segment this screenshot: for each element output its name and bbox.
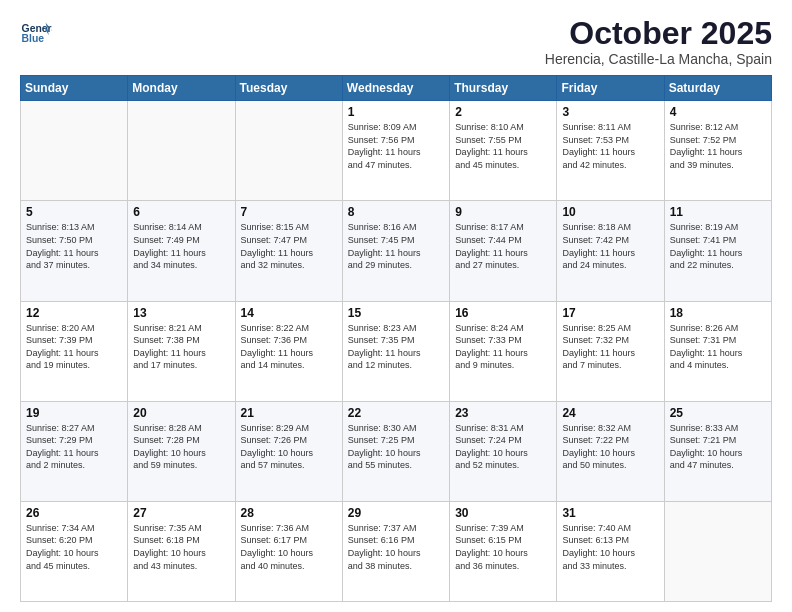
cell-info: Sunrise: 7:34 AM Sunset: 6:20 PM Dayligh…	[26, 522, 122, 572]
calendar-cell: 31Sunrise: 7:40 AM Sunset: 6:13 PM Dayli…	[557, 501, 664, 601]
cell-info: Sunrise: 8:29 AM Sunset: 7:26 PM Dayligh…	[241, 422, 337, 472]
calendar-cell: 16Sunrise: 8:24 AM Sunset: 7:33 PM Dayli…	[450, 301, 557, 401]
calendar-cell: 8Sunrise: 8:16 AM Sunset: 7:45 PM Daylig…	[342, 201, 449, 301]
cell-info: Sunrise: 8:14 AM Sunset: 7:49 PM Dayligh…	[133, 221, 229, 271]
weekday-header: Monday	[128, 76, 235, 101]
calendar-cell: 17Sunrise: 8:25 AM Sunset: 7:32 PM Dayli…	[557, 301, 664, 401]
day-number: 9	[455, 205, 551, 219]
day-number: 20	[133, 406, 229, 420]
day-number: 24	[562, 406, 658, 420]
day-number: 19	[26, 406, 122, 420]
calendar-cell: 29Sunrise: 7:37 AM Sunset: 6:16 PM Dayli…	[342, 501, 449, 601]
day-number: 12	[26, 306, 122, 320]
cell-info: Sunrise: 8:27 AM Sunset: 7:29 PM Dayligh…	[26, 422, 122, 472]
day-number: 17	[562, 306, 658, 320]
cell-info: Sunrise: 8:28 AM Sunset: 7:28 PM Dayligh…	[133, 422, 229, 472]
cell-info: Sunrise: 8:16 AM Sunset: 7:45 PM Dayligh…	[348, 221, 444, 271]
cell-info: Sunrise: 8:31 AM Sunset: 7:24 PM Dayligh…	[455, 422, 551, 472]
calendar-cell: 1Sunrise: 8:09 AM Sunset: 7:56 PM Daylig…	[342, 101, 449, 201]
month-title: October 2025	[545, 16, 772, 51]
day-number: 22	[348, 406, 444, 420]
calendar-cell: 7Sunrise: 8:15 AM Sunset: 7:47 PM Daylig…	[235, 201, 342, 301]
cell-info: Sunrise: 8:09 AM Sunset: 7:56 PM Dayligh…	[348, 121, 444, 171]
day-number: 6	[133, 205, 229, 219]
day-number: 10	[562, 205, 658, 219]
day-number: 14	[241, 306, 337, 320]
calendar-cell: 11Sunrise: 8:19 AM Sunset: 7:41 PM Dayli…	[664, 201, 771, 301]
svg-text:Blue: Blue	[22, 33, 45, 44]
cell-info: Sunrise: 7:36 AM Sunset: 6:17 PM Dayligh…	[241, 522, 337, 572]
cell-info: Sunrise: 8:25 AM Sunset: 7:32 PM Dayligh…	[562, 322, 658, 372]
cell-info: Sunrise: 7:39 AM Sunset: 6:15 PM Dayligh…	[455, 522, 551, 572]
cell-info: Sunrise: 8:15 AM Sunset: 7:47 PM Dayligh…	[241, 221, 337, 271]
cell-info: Sunrise: 8:11 AM Sunset: 7:53 PM Dayligh…	[562, 121, 658, 171]
weekday-header: Sunday	[21, 76, 128, 101]
day-number: 16	[455, 306, 551, 320]
day-number: 29	[348, 506, 444, 520]
calendar-cell: 25Sunrise: 8:33 AM Sunset: 7:21 PM Dayli…	[664, 401, 771, 501]
cell-info: Sunrise: 8:10 AM Sunset: 7:55 PM Dayligh…	[455, 121, 551, 171]
day-number: 25	[670, 406, 766, 420]
cell-info: Sunrise: 8:18 AM Sunset: 7:42 PM Dayligh…	[562, 221, 658, 271]
header: General Blue October 2025 Herencia, Cast…	[20, 16, 772, 67]
weekday-header: Saturday	[664, 76, 771, 101]
calendar-cell: 9Sunrise: 8:17 AM Sunset: 7:44 PM Daylig…	[450, 201, 557, 301]
cell-info: Sunrise: 8:32 AM Sunset: 7:22 PM Dayligh…	[562, 422, 658, 472]
cell-info: Sunrise: 8:24 AM Sunset: 7:33 PM Dayligh…	[455, 322, 551, 372]
calendar-cell: 30Sunrise: 7:39 AM Sunset: 6:15 PM Dayli…	[450, 501, 557, 601]
calendar-cell: 5Sunrise: 8:13 AM Sunset: 7:50 PM Daylig…	[21, 201, 128, 301]
location-subtitle: Herencia, Castille-La Mancha, Spain	[545, 51, 772, 67]
cell-info: Sunrise: 8:21 AM Sunset: 7:38 PM Dayligh…	[133, 322, 229, 372]
calendar-cell: 12Sunrise: 8:20 AM Sunset: 7:39 PM Dayli…	[21, 301, 128, 401]
calendar-cell: 23Sunrise: 8:31 AM Sunset: 7:24 PM Dayli…	[450, 401, 557, 501]
day-number: 27	[133, 506, 229, 520]
calendar-cell: 13Sunrise: 8:21 AM Sunset: 7:38 PM Dayli…	[128, 301, 235, 401]
day-number: 15	[348, 306, 444, 320]
day-number: 1	[348, 105, 444, 119]
day-number: 26	[26, 506, 122, 520]
day-number: 3	[562, 105, 658, 119]
weekday-header: Friday	[557, 76, 664, 101]
calendar-cell: 6Sunrise: 8:14 AM Sunset: 7:49 PM Daylig…	[128, 201, 235, 301]
day-number: 23	[455, 406, 551, 420]
cell-info: Sunrise: 7:35 AM Sunset: 6:18 PM Dayligh…	[133, 522, 229, 572]
day-number: 31	[562, 506, 658, 520]
calendar-table: SundayMondayTuesdayWednesdayThursdayFrid…	[20, 75, 772, 602]
cell-info: Sunrise: 8:20 AM Sunset: 7:39 PM Dayligh…	[26, 322, 122, 372]
weekday-header: Tuesday	[235, 76, 342, 101]
weekday-header: Wednesday	[342, 76, 449, 101]
cell-info: Sunrise: 8:13 AM Sunset: 7:50 PM Dayligh…	[26, 221, 122, 271]
cell-info: Sunrise: 8:22 AM Sunset: 7:36 PM Dayligh…	[241, 322, 337, 372]
calendar-cell: 26Sunrise: 7:34 AM Sunset: 6:20 PM Dayli…	[21, 501, 128, 601]
cell-info: Sunrise: 8:30 AM Sunset: 7:25 PM Dayligh…	[348, 422, 444, 472]
day-number: 30	[455, 506, 551, 520]
calendar-cell	[21, 101, 128, 201]
cell-info: Sunrise: 8:33 AM Sunset: 7:21 PM Dayligh…	[670, 422, 766, 472]
calendar-cell: 20Sunrise: 8:28 AM Sunset: 7:28 PM Dayli…	[128, 401, 235, 501]
calendar-cell	[235, 101, 342, 201]
cell-info: Sunrise: 8:17 AM Sunset: 7:44 PM Dayligh…	[455, 221, 551, 271]
calendar-cell	[128, 101, 235, 201]
cell-info: Sunrise: 8:12 AM Sunset: 7:52 PM Dayligh…	[670, 121, 766, 171]
day-number: 4	[670, 105, 766, 119]
calendar-cell: 19Sunrise: 8:27 AM Sunset: 7:29 PM Dayli…	[21, 401, 128, 501]
day-number: 21	[241, 406, 337, 420]
page: General Blue October 2025 Herencia, Cast…	[0, 0, 792, 612]
cell-info: Sunrise: 8:23 AM Sunset: 7:35 PM Dayligh…	[348, 322, 444, 372]
day-number: 8	[348, 205, 444, 219]
cell-info: Sunrise: 7:37 AM Sunset: 6:16 PM Dayligh…	[348, 522, 444, 572]
calendar-cell: 18Sunrise: 8:26 AM Sunset: 7:31 PM Dayli…	[664, 301, 771, 401]
logo-icon: General Blue	[20, 16, 52, 48]
day-number: 13	[133, 306, 229, 320]
cell-info: Sunrise: 8:19 AM Sunset: 7:41 PM Dayligh…	[670, 221, 766, 271]
calendar-cell: 3Sunrise: 8:11 AM Sunset: 7:53 PM Daylig…	[557, 101, 664, 201]
calendar-cell: 14Sunrise: 8:22 AM Sunset: 7:36 PM Dayli…	[235, 301, 342, 401]
day-number: 5	[26, 205, 122, 219]
day-number: 11	[670, 205, 766, 219]
day-number: 7	[241, 205, 337, 219]
day-number: 28	[241, 506, 337, 520]
cell-info: Sunrise: 7:40 AM Sunset: 6:13 PM Dayligh…	[562, 522, 658, 572]
calendar-cell: 4Sunrise: 8:12 AM Sunset: 7:52 PM Daylig…	[664, 101, 771, 201]
calendar-cell: 15Sunrise: 8:23 AM Sunset: 7:35 PM Dayli…	[342, 301, 449, 401]
calendar-cell: 10Sunrise: 8:18 AM Sunset: 7:42 PM Dayli…	[557, 201, 664, 301]
